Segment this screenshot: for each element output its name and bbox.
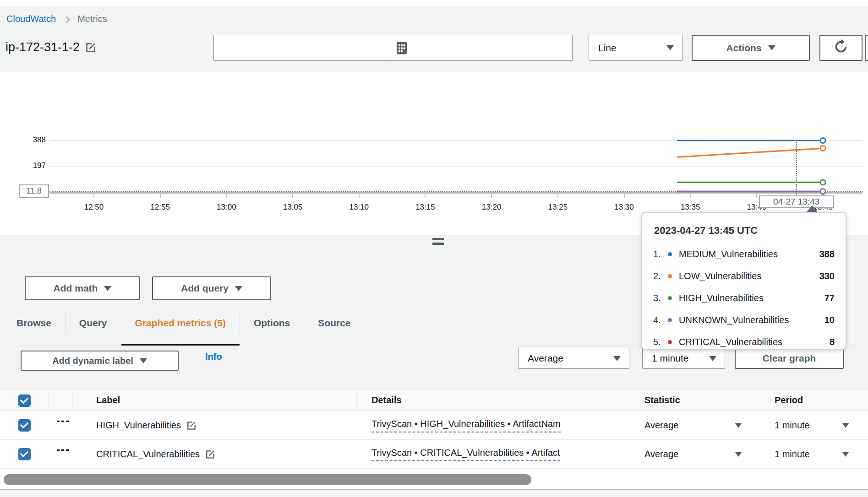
x-axis-tick	[425, 194, 426, 198]
metric-label-text: CRITICAL_Vulnerabilities	[96, 449, 200, 459]
tooltip-row-rank: 4.	[653, 315, 668, 325]
header-period: Period	[775, 390, 803, 410]
cell-details: TrivyScan • HIGH_Vulnerabilities • Artif…	[371, 411, 561, 440]
series-ring-icon	[668, 318, 672, 322]
statistic-text: Average	[644, 420, 678, 431]
search-divider	[389, 35, 389, 60]
breadcrumb-current: Metrics	[77, 14, 107, 24]
hover-value-label: 11.8	[19, 184, 49, 198]
series-ring-icon	[668, 252, 672, 256]
table-row-high-vulnerabilities: HIGH_VulnerabilitiesTrivyScan • HIGH_Vul…	[0, 411, 868, 440]
header-label: Label	[96, 390, 120, 410]
x-axis-tick	[756, 194, 757, 198]
column-divider	[631, 392, 631, 409]
tab-browse[interactable]: Browse	[3, 302, 65, 346]
add-math-button[interactable]: Add math	[25, 276, 140, 300]
column-divider	[48, 392, 49, 409]
row-checkbox[interactable]	[18, 448, 31, 460]
edit-label-icon[interactable]	[205, 449, 215, 459]
y-axis-tick-label: 197	[14, 161, 46, 170]
chart-gridline	[49, 166, 863, 167]
tooltip-row-rank: 1.	[653, 249, 668, 259]
y-axis-tick-label: 388	[14, 135, 46, 145]
x-axis-line	[49, 192, 863, 194]
cell-label: CRITICAL_Vulnerabilities	[96, 440, 215, 469]
statistic-select[interactable]: Average	[518, 348, 629, 369]
horizontal-scrollbar-thumb[interactable]	[4, 474, 531, 485]
swatch-dash-underline	[57, 421, 69, 422]
header-statistic: Statistic	[644, 390, 680, 410]
x-axis-tick-label: 13:10	[341, 203, 377, 212]
chart-type-value: Line	[598, 43, 617, 54]
add-math-label: Add math	[54, 283, 98, 294]
x-axis-tick-label: 13:30	[606, 203, 643, 212]
row-statistic-select[interactable]: Average	[644, 411, 742, 440]
edit-title-icon[interactable]	[85, 42, 96, 53]
series-ring-icon	[668, 340, 672, 344]
metric-details-text[interactable]: TrivyScan • HIGH_Vulnerabilities • Artif…	[371, 419, 561, 432]
tab-options[interactable]: Options	[240, 302, 304, 346]
row-statistic-select[interactable]: Average	[644, 440, 742, 469]
search-input[interactable]	[214, 35, 389, 60]
graph-search-box	[213, 35, 573, 61]
hover-value-line	[49, 191, 863, 192]
add-query-button[interactable]: Add query	[152, 276, 271, 300]
horizontal-scrollbar[interactable]	[0, 471, 868, 488]
top-strip	[0, 0, 868, 6]
chevron-down-icon	[768, 45, 775, 50]
actions-button[interactable]: Actions	[692, 35, 810, 61]
x-axis-tick-label: 13:20	[473, 203, 510, 212]
tooltip-arrow-icon	[807, 205, 818, 212]
refresh-button[interactable]	[819, 35, 863, 61]
tab-query[interactable]: Query	[66, 302, 121, 346]
chevron-right-icon	[63, 16, 71, 23]
metrics-tabs: BrowseQueryGraphed metrics (5)OptionsSou…	[3, 302, 365, 346]
refresh-icon	[833, 38, 849, 57]
chevron-down-icon	[735, 452, 742, 457]
tooltip-row-value: 8	[830, 337, 835, 347]
chart-type-select[interactable]: Line	[589, 35, 682, 61]
title-row: ip-172-31-1-2	[5, 40, 96, 54]
tooltip-row-value: 330	[819, 271, 835, 281]
metric-details-text[interactable]: TrivyScan • CRITICAL_Vulnerabilities • A…	[371, 448, 560, 461]
series-color-swatch[interactable]	[57, 447, 69, 451]
header-details: Details	[371, 390, 402, 410]
chevron-down-icon	[709, 356, 716, 361]
row-period-select[interactable]: 1 minute	[775, 440, 849, 469]
x-axis-tick	[359, 194, 360, 198]
x-axis-tick	[624, 194, 625, 198]
clipped-button[interactable]	[865, 35, 868, 61]
tooltip-row-name: LOW_Vulnerabilities	[679, 271, 819, 281]
select-all-checkbox[interactable]	[18, 394, 31, 407]
cloudwatch-metrics-screen: CloudWatch Metrics ip-172-31-1-2 Line Ac…	[0, 0, 868, 497]
info-link[interactable]: Info	[205, 351, 222, 362]
actions-label: Actions	[726, 43, 761, 54]
calendar-icon[interactable]	[396, 41, 408, 55]
chevron-down-icon	[235, 286, 242, 291]
x-axis-tick	[491, 194, 492, 198]
tooltip-row-value: 77	[824, 293, 835, 303]
breadcrumb-cloudwatch-link[interactable]: CloudWatch	[6, 14, 56, 24]
edit-label-icon[interactable]	[186, 421, 197, 431]
chart-resize-handle[interactable]	[432, 238, 444, 247]
x-axis-tick	[292, 194, 293, 198]
add-query-label: Add query	[181, 283, 229, 294]
row-checkbox[interactable]	[18, 419, 31, 432]
tooltip-row: 1.MEDIUM_Vulnerabilities388	[653, 243, 835, 265]
tooltip-row: 4.UNKNOWN_Vulnerabilities10	[653, 309, 835, 331]
crosshair-date-label: 04-27 13:43	[759, 195, 834, 208]
tab-graphed-metrics-5[interactable]: Graphed metrics (5)	[121, 302, 240, 346]
tab-source[interactable]: Source	[304, 302, 364, 346]
add-dynamic-label-text: Add dynamic label	[52, 356, 133, 366]
row-period-select[interactable]: 1 minute	[775, 411, 849, 440]
chevron-down-icon	[613, 356, 621, 361]
series-color-swatch[interactable]	[57, 418, 69, 422]
add-dynamic-label-button[interactable]: Add dynamic label	[21, 351, 179, 371]
chart-tooltip: 2023-04-27 13:45 UTC 1.MEDIUM_Vulnerabil…	[641, 212, 846, 350]
chevron-down-icon	[666, 45, 674, 50]
series-ring-icon	[668, 274, 672, 278]
x-axis-tick	[160, 194, 161, 198]
x-axis-tick	[557, 194, 558, 198]
tooltip-row-name: HIGH_Vulnerabilities	[679, 293, 824, 303]
chart-gridline	[49, 140, 863, 141]
